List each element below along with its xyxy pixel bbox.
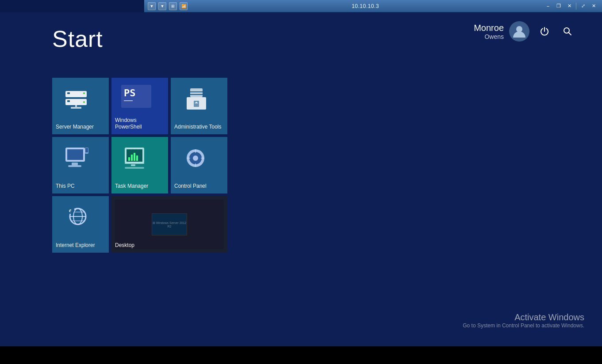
ie-label: Internet Explorer — [56, 242, 95, 249]
svg-rect-20 — [68, 165, 81, 167]
svg-rect-37 — [187, 158, 190, 159]
svg-rect-28 — [136, 155, 138, 161]
tile-this-pc[interactable]: This PC — [52, 137, 109, 193]
user-first-name: Monroe — [474, 23, 504, 33]
svg-rect-13 — [190, 88, 203, 97]
user-info: Monroe Owens — [474, 21, 529, 42]
svg-point-34 — [193, 155, 198, 161]
toolbar-address: 10.10.10.3 — [352, 3, 379, 9]
minimize-button[interactable]: − — [543, 2, 553, 11]
tile-server-manager[interactable]: Server Manager — [52, 78, 109, 134]
svg-rect-18 — [67, 149, 83, 160]
desktop-preview-inner: ⊞ Windows Server 2012 R2 — [152, 213, 187, 235]
start-title: Start — [52, 26, 103, 52]
svg-rect-38 — [201, 158, 204, 159]
svg-rect-9 — [75, 105, 77, 107]
power-button[interactable] — [537, 23, 552, 39]
tile-internet-explorer[interactable]: e Internet Explorer — [52, 196, 109, 253]
tile-task-manager[interactable]: Task Manager — [111, 137, 168, 193]
toolbar-separator — [576, 3, 576, 10]
user-name-block: Monroe Owens — [474, 23, 504, 40]
close-button[interactable]: ✕ — [564, 2, 574, 11]
svg-rect-35 — [195, 149, 196, 153]
svg-point-1 — [564, 28, 569, 33]
svg-rect-4 — [67, 92, 70, 94]
svg-rect-30 — [131, 164, 135, 166]
svg-rect-26 — [131, 155, 133, 161]
svg-rect-25 — [128, 157, 130, 161]
powershell-icon: PS — [120, 84, 152, 113]
signal-btn[interactable]: 📶 — [180, 2, 188, 10]
dropdown-btn[interactable]: ▼ — [148, 2, 156, 10]
task-manager-icon — [121, 144, 151, 176]
this-pc-icon — [62, 144, 92, 176]
disconnect-button[interactable]: ✕ — [589, 2, 598, 11]
user-area: Monroe Owens — [474, 21, 575, 42]
tile-powershell[interactable]: PS WindowsPowerShell — [111, 78, 168, 134]
svg-rect-8 — [71, 107, 81, 109]
svg-text:e: e — [69, 207, 72, 213]
powershell-label: WindowsPowerShell — [115, 117, 142, 131]
start-screen: Start Monroe Owens — [0, 12, 602, 364]
server-manager-icon — [62, 86, 90, 116]
ie-icon: e — [62, 202, 92, 234]
server-manager-label: Server Manager — [56, 124, 94, 131]
expand-button[interactable]: ⤢ — [578, 2, 588, 11]
control-panel-icon — [180, 145, 211, 177]
toolbar-right-controls: − ❐ ✕ ⤢ ✕ — [543, 2, 602, 11]
desktop-preview-logo: ⊞ Windows Server 2012 R2 — [152, 221, 187, 228]
activate-title: Activate Windows — [463, 312, 584, 322]
task-manager-label: Task Manager — [115, 183, 148, 190]
control-panel-label: Control Panel — [174, 183, 207, 190]
user-last-name: Owens — [474, 33, 504, 40]
svg-point-6 — [83, 92, 85, 94]
remote-toolbar: ▼ ▼ ⊞ 📶 10.10.10.3 − ❐ ✕ ⤢ ✕ — [144, 0, 602, 12]
admin-tools-icon — [182, 85, 211, 115]
tile-desktop[interactable]: ⊞ Windows Server 2012 R2 Desktop — [111, 196, 227, 253]
svg-rect-27 — [134, 153, 135, 161]
desktop-label: Desktop — [115, 242, 134, 249]
desktop-preview: ⊞ Windows Server 2012 R2 — [115, 200, 224, 249]
svg-rect-31 — [125, 167, 144, 169]
tiles-grid: Server Manager PS WindowsPowerShell — [52, 78, 227, 253]
svg-rect-5 — [67, 100, 70, 102]
restore-button[interactable]: ❐ — [554, 2, 564, 11]
svg-point-0 — [516, 26, 522, 32]
activate-windows: Activate Windows Go to System in Control… — [463, 312, 584, 329]
svg-rect-22 — [85, 148, 88, 152]
search-button[interactable] — [560, 23, 575, 39]
activate-description: Go to System in Control Panel to activat… — [463, 322, 584, 329]
taskbar — [0, 346, 602, 364]
dropdown-btn-2[interactable]: ▼ — [158, 2, 166, 10]
toolbar-left-controls: ▼ ▼ ⊞ 📶 — [144, 2, 188, 10]
svg-rect-19 — [72, 163, 78, 165]
user-avatar[interactable] — [509, 21, 529, 42]
this-pc-label: This PC — [56, 183, 75, 190]
pin-btn[interactable]: ⊞ — [169, 2, 177, 10]
tile-control-panel[interactable]: Control Panel — [171, 137, 227, 193]
svg-rect-36 — [195, 163, 196, 167]
admin-tools-label: Administrative Tools — [174, 124, 222, 131]
svg-text:PS: PS — [124, 87, 136, 99]
svg-point-7 — [83, 101, 85, 103]
tile-admin-tools[interactable]: Administrative Tools — [171, 78, 227, 134]
